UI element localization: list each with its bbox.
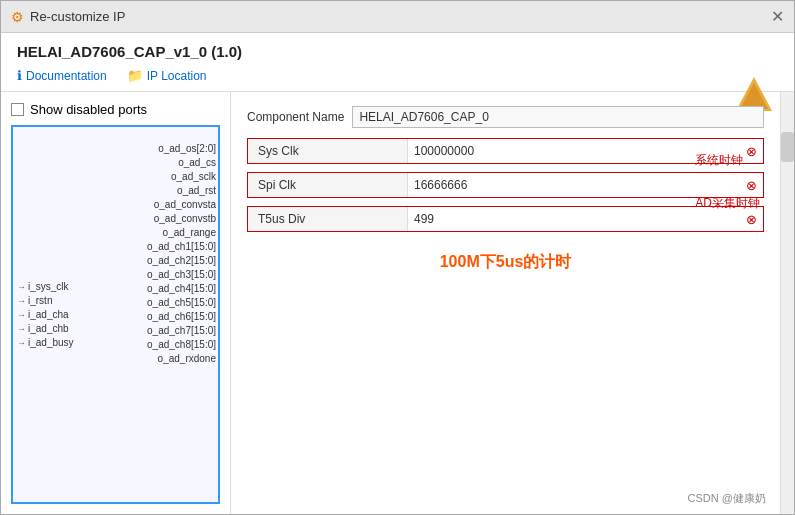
param-input-sys-clk[interactable] [414,144,742,158]
port-label-o-ad-ch5: o_ad_ch5[15:0] [147,297,216,308]
port-o-ad-convsta: o_ad_convsta [147,199,216,210]
component-name-row: Component Name [247,106,764,128]
show-disabled-label: Show disabled ports [30,102,147,117]
port-label-o-ad-cs: o_ad_cs [178,157,216,168]
port-i-rstn: → i_rstn [17,295,74,306]
show-disabled-row: Show disabled ports [11,102,220,117]
close-button[interactable]: ✕ [771,9,784,25]
port-label-o-ad-sclk: o_ad_sclk [171,171,216,182]
arrow-i-ad-chb: → [17,324,26,334]
param-input-spi-clk[interactable] [414,178,742,192]
port-label-i-rstn: i_rstn [28,295,52,306]
port-label-o-ad-ch1: o_ad_ch1[15:0] [147,241,216,252]
port-i-ad-cha: → i_ad_cha [17,309,74,320]
scrollbar[interactable] [780,92,794,514]
clear-icon-t5us-div[interactable]: ⊗ [746,212,757,227]
arrow-i-rstn: → [17,296,26,306]
documentation-link[interactable]: ℹ Documentation [17,68,107,83]
port-label-o-ad-ch8: o_ad_ch8[15:0] [147,339,216,350]
port-o-ad-ch5: o_ad_ch5[15:0] [147,297,216,308]
param-section: Sys Clk ⊗ Spi Clk ⊗ T5us Div [247,138,764,232]
port-o-ad-ch8: o_ad_ch8[15:0] [147,339,216,350]
port-label-o-ad-ch2: o_ad_ch2[15:0] [147,255,216,266]
left-panel: Show disabled ports → i_sys_clk → i_rstn [1,92,231,514]
arrow-i-sys-clk: → [17,282,26,292]
left-ports: → i_sys_clk → i_rstn → i_ad_cha → [13,133,74,496]
arrow-i-ad-busy: → [17,338,26,348]
param-row-t5us-div: T5us Div ⊗ [247,206,764,232]
ip-title: HELAI_AD7606_CAP_v1_0 (1.0) [17,43,778,60]
port-label-o-ad-range: o_ad_range [163,227,216,238]
port-label-i-ad-busy: i_ad_busy [28,337,74,348]
param-label-spi-clk: Spi Clk [248,173,408,197]
port-i-sys-clk: → i_sys_clk [17,281,74,292]
port-o-ad-ch2: o_ad_ch2[15:0] [147,255,216,266]
port-label-o-ad-ch6: o_ad_ch6[15:0] [147,311,216,322]
port-o-ad-ch3: o_ad_ch3[15:0] [147,269,216,280]
port-label-o-ad-os: o_ad_os[2:0] [158,143,216,154]
ip-location-link[interactable]: 📁 IP Location [127,68,207,83]
param-label-sys-clk: Sys Clk [248,139,408,163]
main-window: ⚙ Re-customize IP ✕ HELAI_AD7606_CAP_v1_… [0,0,795,515]
scroll-thumb[interactable] [781,132,794,162]
component-name-label: Component Name [247,110,344,124]
main-content: Show disabled ports → i_sys_clk → i_rstn [1,92,794,514]
port-i-ad-chb: → i_ad_chb [17,323,74,334]
port-label-o-ad-convstb: o_ad_convstb [154,213,216,224]
port-o-ad-rst: o_ad_rst [147,185,216,196]
header-links: ℹ Documentation 📁 IP Location [17,68,778,83]
port-label-o-ad-ch3: o_ad_ch3[15:0] [147,269,216,280]
folder-icon: 📁 [127,68,143,83]
window-icon: ⚙ [11,9,24,25]
port-o-ad-sclk: o_ad_sclk [147,171,216,182]
port-o-ad-rxdone: o_ad_rxdone [147,353,216,364]
port-label-i-sys-clk: i_sys_clk [28,281,69,292]
port-o-ad-ch4: o_ad_ch4[15:0] [147,283,216,294]
right-ports: o_ad_os[2:0] o_ad_cs o_ad_sclk o_ad_rst … [147,133,218,496]
param-input-t5us-div[interactable] [414,212,742,226]
annotation-sys-clk: 系统时钟 [695,152,760,169]
show-disabled-checkbox[interactable] [11,103,24,116]
port-i-ad-busy: → i_ad_busy [17,337,74,348]
port-o-ad-os: o_ad_os[2:0] [147,143,216,154]
port-label-i-ad-cha: i_ad_cha [28,309,69,320]
arrow-i-ad-cha: → [17,310,26,320]
center-label: 100M下5us的计时 [247,252,764,273]
window-title: Re-customize IP [30,9,125,24]
port-label-i-ad-chb: i_ad_chb [28,323,69,334]
ip-location-label: IP Location [147,69,207,83]
param-row-sys-clk: Sys Clk ⊗ [247,138,764,164]
port-label-o-ad-rst: o_ad_rst [177,185,216,196]
port-o-ad-ch7: o_ad_ch7[15:0] [147,325,216,336]
title-bar: ⚙ Re-customize IP ✕ [1,1,794,33]
port-o-ad-ch1: o_ad_ch1[15:0] [147,241,216,252]
port-o-ad-cs: o_ad_cs [147,157,216,168]
annotation-ad-clk: AD采集时钟 [695,195,760,212]
param-row-spi-clk: Spi Clk ⊗ [247,172,764,198]
port-o-ad-range: o_ad_range [147,227,216,238]
port-o-ad-convstb: o_ad_convstb [147,213,216,224]
watermark: CSDN @健康奶 [688,491,766,506]
port-label-o-ad-convsta: o_ad_convsta [154,199,216,210]
param-label-t5us-div: T5us Div [248,207,408,231]
diagram-content: → i_sys_clk → i_rstn → i_ad_cha → [13,133,218,496]
header-section: HELAI_AD7606_CAP_v1_0 (1.0) ℹ Documentat… [1,33,794,92]
block-diagram: → i_sys_clk → i_rstn → i_ad_cha → [11,125,220,504]
doc-link-label: Documentation [26,69,107,83]
port-o-ad-ch6: o_ad_ch6[15:0] [147,311,216,322]
title-bar-left: ⚙ Re-customize IP [11,9,125,25]
port-label-o-ad-ch4: o_ad_ch4[15:0] [147,283,216,294]
component-name-input[interactable] [352,106,764,128]
doc-icon: ℹ [17,68,22,83]
port-label-o-ad-rxdone: o_ad_rxdone [158,353,216,364]
port-label-o-ad-ch7: o_ad_ch7[15:0] [147,325,216,336]
right-panel: Component Name Sys Clk ⊗ Spi Clk [231,92,780,514]
